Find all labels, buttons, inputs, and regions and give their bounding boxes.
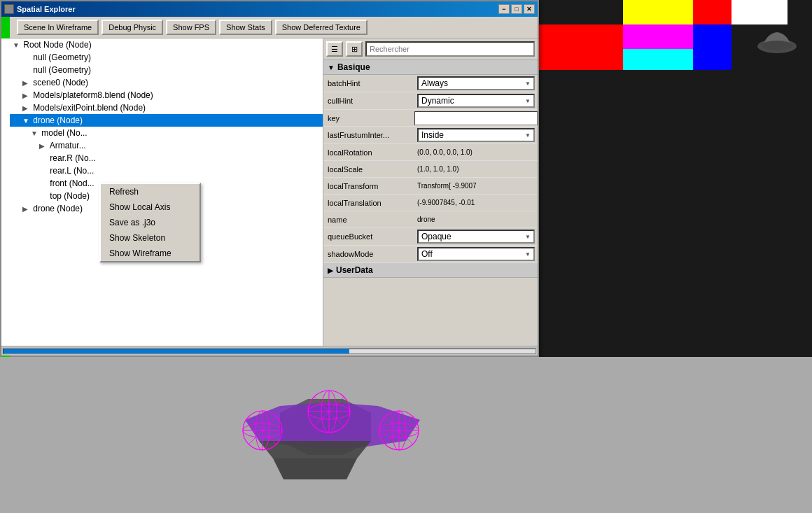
prop-dropdown-batchHint[interactable]: Always▼ — [417, 76, 535, 90]
tree-item-drone1[interactable]: ▼ drone (Node) — [10, 114, 323, 127]
userdata-label: UserData — [336, 265, 373, 275]
color-magenta — [623, 24, 693, 49]
right-dark-panel — [539, 0, 812, 357]
userdata-header[interactable]: ▶ UserData — [323, 263, 538, 278]
properties-content: ▼ Basique batchHintAlways▼cullHintDynami… — [323, 60, 538, 355]
prop-label: cullHint — [323, 94, 414, 107]
prop-label: shadowMode — [323, 248, 414, 260]
main-window: Spatial Explorer − □ ✕ Scene In Wirefram… — [0, 0, 539, 357]
prop-dropdown-lastFrustumInter...[interactable]: Inside▼ — [417, 128, 535, 142]
tree-item-null1[interactable]: null (Geometry) — [10, 51, 323, 64]
prop-row-localTranslation: localTranslation(-9.9007845, -0.01 — [323, 195, 538, 211]
props-rows: batchHintAlways▼cullHintDynamic▼keylastF… — [323, 75, 538, 263]
prop-value: (0.0, 0.0, 0.0, 1.0) — [414, 147, 538, 157]
prop-label: localTranslation — [323, 197, 414, 209]
basique-label: Basique — [337, 62, 370, 72]
color-blue — [693, 24, 732, 70]
prop-dropdown-queueBucket[interactable]: Opaque▼ — [417, 230, 535, 244]
color-white — [732, 0, 788, 24]
prop-row-localRotation: localRotation(0.0, 0.0, 0.0, 1.0) — [323, 144, 538, 161]
debug-physic-button[interactable]: Debug Physic — [102, 20, 163, 35]
prop-label: localScale — [323, 163, 414, 176]
search-list-icon[interactable]: ☰ — [326, 41, 343, 57]
prop-row-batchHint: batchHintAlways▼ — [323, 75, 538, 92]
app-icon — [4, 4, 14, 14]
prop-label: localRotation — [323, 146, 414, 159]
svg-marker-5 — [273, 458, 357, 479]
prop-label: lastFrustumInter... — [323, 129, 414, 141]
search-grid-icon[interactable]: ⊞ — [346, 41, 363, 57]
chevron-down-icon: ▼ — [525, 80, 531, 87]
search-bar: ☰ ⊞ — [323, 38, 538, 60]
color-yellow — [623, 0, 693, 24]
properties-panel: ☰ ⊞ ▼ Basique batchHintAlways▼cullHintDy… — [323, 38, 538, 355]
context-show-skeleton[interactable]: Show Skeleton — [101, 230, 200, 246]
context-refresh[interactable]: Refresh — [101, 184, 200, 199]
show-fps-button[interactable]: Show FPS — [166, 20, 216, 35]
prop-row-shadowMode: shadowModeOff▼ — [323, 246, 538, 263]
color-red-top — [693, 0, 732, 24]
prop-row-cullHint: cullHintDynamic▼ — [323, 92, 538, 110]
prop-row-lastFrustumInter---: lastFrustumInter...Inside▼ — [323, 127, 538, 144]
hat-icon — [756, 27, 798, 55]
tree-item-root[interactable]: ▼ Root Node (Node) — [10, 38, 323, 51]
prop-label: name — [323, 213, 414, 226]
maximize-button[interactable]: □ — [511, 4, 522, 14]
context-show-local-axis[interactable]: Show Local Axis — [101, 199, 200, 215]
prop-row-queueBucket: queueBucketOpaque▼ — [323, 228, 538, 246]
tree-item-rearR[interactable]: rear.R (No... — [10, 152, 323, 164]
minimize-button[interactable]: − — [498, 4, 510, 14]
chevron-down-icon: ▼ — [525, 98, 531, 104]
prop-value: (1.0, 1.0, 1.0) — [414, 164, 538, 174]
color-red-left — [539, 24, 623, 70]
content-area: ▼ Root Node (Node) null (Geometry) null … — [1, 38, 538, 355]
scroll-thumb[interactable] — [4, 349, 349, 353]
scroll-track[interactable] — [3, 349, 536, 354]
scene-wireframe-button[interactable]: Scene In Wireframe — [17, 20, 99, 35]
context-menu: Refresh Show Local Axis Save as .j3o Sho… — [99, 183, 201, 262]
tree-panel: ▼ Root Node (Node) null (Geometry) null … — [1, 38, 323, 355]
chevron-down-icon: ▼ — [525, 251, 531, 258]
prop-row-key: key — [323, 110, 538, 127]
window-title: Spatial Explorer — [17, 5, 76, 13]
tree-item-null2[interactable]: null (Geometry) — [10, 64, 323, 76]
svg-point-1 — [762, 41, 792, 50]
prop-input-key[interactable] — [414, 111, 538, 125]
tree-item-exitpoint[interactable]: ▶ Models/exitPoint.blend (Node) — [10, 101, 323, 114]
color-cyan — [623, 49, 693, 70]
show-deferred-button[interactable]: Show Deferred Texture — [275, 20, 368, 35]
prop-dropdown-shadowMode[interactable]: Off▼ — [417, 247, 535, 261]
userdata-arrow: ▶ — [328, 267, 333, 274]
title-bar-left: Spatial Explorer — [4, 4, 76, 14]
toolbar: Scene In Wireframe Debug Physic Show FPS… — [1, 17, 538, 38]
context-save-j3o[interactable]: Save as .j3o — [101, 215, 200, 230]
chevron-down-icon: ▼ — [525, 132, 531, 139]
tree-item-armature[interactable]: ▶ Armatur... — [10, 139, 323, 152]
prop-row-name: namedrone — [323, 211, 538, 228]
title-bar: Spatial Explorer − □ ✕ — [1, 1, 538, 17]
basique-arrow: ▼ — [328, 64, 335, 71]
tree-item-rearL[interactable]: rear.L (No... — [10, 164, 323, 177]
prop-label: localTransform — [323, 180, 414, 192]
prop-dropdown-cullHint[interactable]: Dynamic▼ — [417, 94, 535, 108]
show-stats-button[interactable]: Show Stats — [219, 20, 272, 35]
tree-item-scene0[interactable]: ▶ scene0 (Node) — [10, 76, 323, 89]
prop-row-localScale: localScale(1.0, 1.0, 1.0) — [323, 161, 538, 178]
prop-value: Transform[ -9.9007 — [414, 181, 538, 191]
prop-value: (-9.9007845, -0.01 — [414, 197, 538, 208]
tree-item-plateform[interactable]: ▶ Models/plateform8.blend (Node) — [10, 89, 323, 101]
title-controls: − □ ✕ — [498, 4, 535, 14]
search-input[interactable] — [365, 41, 535, 57]
context-show-wireframe[interactable]: Show Wireframe — [101, 246, 200, 261]
prop-value: drone — [414, 214, 538, 225]
prop-label: batchHint — [323, 77, 414, 90]
prop-row-localTransform: localTransformTransform[ -9.9007 — [323, 178, 538, 195]
chevron-down-icon: ▼ — [525, 234, 531, 240]
prop-label: queueBucket — [323, 230, 414, 243]
tree-item-model[interactable]: ▼ model (No... — [10, 127, 323, 139]
section-basique-header[interactable]: ▼ Basique — [323, 60, 538, 75]
close-button[interactable]: ✕ — [524, 4, 535, 14]
prop-label: key — [323, 112, 414, 125]
bottom-scrollbar[interactable] — [1, 346, 538, 356]
viewport-3d — [0, 357, 812, 513]
